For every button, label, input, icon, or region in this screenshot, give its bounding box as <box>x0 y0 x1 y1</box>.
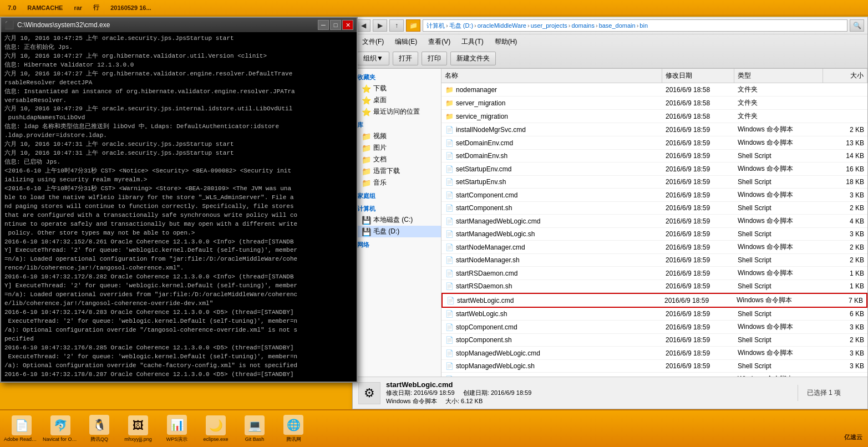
breadcrumb-part[interactable]: domains <box>571 22 595 29</box>
breadcrumb-part[interactable]: 毛盘 (D:) <box>449 22 473 30</box>
cmd-line: 2016-6-10 10:47:32.178/8.287 Oracle Cohe… <box>4 370 353 379</box>
breadcrumb-part[interactable]: 计算机 <box>427 22 445 30</box>
file-date-cell: 2016/6/9 18:59 <box>662 334 734 346</box>
table-row[interactable]: 📄setStartupEnv.cmd2016/6/9 18:59Windows … <box>441 162 867 176</box>
sidebar-homegroup: 家庭组 <box>353 191 441 201</box>
table-row[interactable]: 📄startComponent.cmd2016/6/9 18:59Windows… <box>441 189 867 202</box>
taskbar-icon-adobe[interactable]: 📄Adobe Reader XI <box>3 412 40 445</box>
table-row[interactable]: 📄stopNodeManager.cmd2016/6/9 18:59Window… <box>441 373 867 377</box>
sidebar-homegroup-header[interactable]: 家庭组 <box>353 191 441 201</box>
menu-item[interactable]: 工具(T) <box>456 35 488 48</box>
table-row[interactable]: 📁nodemanager2016/6/9 18:58文件夹 <box>441 83 867 96</box>
col-date-header[interactable]: 修改日期 <box>662 69 734 83</box>
cmd-minimize-button[interactable]: ─ <box>318 20 329 30</box>
breadcrumb-part[interactable]: oracleMiddleWare <box>478 22 526 29</box>
file-date-cell: 2016/6/9 18:59 <box>662 124 734 135</box>
taskbar-icon-tencent[interactable]: 🌐腾讯网 <box>275 412 312 445</box>
table-row[interactable]: 📄startNodeManager.cmd2016/6/9 18:59Windo… <box>441 241 867 254</box>
sidebar-library-header[interactable]: 库 <box>353 120 441 130</box>
breadcrumb-part[interactable]: bin <box>639 22 648 29</box>
app-icon-label: WPS演示 <box>166 436 188 443</box>
table-row[interactable]: 📁service_migration2016/6/9 18:58文件夹 <box>441 110 867 123</box>
file-name-cell: 📁service_migration <box>441 110 662 123</box>
table-row[interactable]: 📄startManagedWebLogic.sh2016/6/9 18:59Sh… <box>441 228 867 241</box>
taskbar-icon-qq[interactable]: 🐧腾讯QQ <box>81 412 118 445</box>
cmd-maximize-button[interactable]: □ <box>330 20 341 30</box>
table-row[interactable]: 📄setStartupEnv.sh2016/6/9 18:59Shell Scr… <box>441 176 867 189</box>
cmd-titlebar: ⬛ C:\Windows\system32\cmd.exe ─ □ ✕ <box>1 18 357 32</box>
sidebar-computer-header[interactable]: 计算机 <box>353 204 441 214</box>
taskbar-icon-eclipse[interactable]: 🌙eclipse.exe <box>197 412 234 445</box>
folder-icon: ⭐ <box>362 84 371 93</box>
table-row[interactable]: 📄stopManagedWebLogic.cmd2016/6/9 18:59Wi… <box>441 347 867 360</box>
file-name-label: stopComponent.sh <box>456 336 512 344</box>
preview-modified: 修改日期: 2016/6/9 18:59 创建日期: 2016/6/9 18:5… <box>386 389 531 397</box>
sidebar-favorites-header[interactable]: 收藏夹 <box>353 72 441 83</box>
action-button[interactable]: 打开 <box>393 52 418 65</box>
cmd-close-button[interactable]: ✕ <box>342 20 353 30</box>
sidebar-computer: 计算机 💾 本地磁盘 (C:) 💾 毛盘 (D:) <box>353 204 441 237</box>
preview-info: startWebLogic.cmd 修改日期: 2016/6/9 18:59 创… <box>386 380 531 405</box>
sidebar-item-c[interactable]: 💾 本地磁盘 (C:) <box>353 214 441 226</box>
col-type-header[interactable]: 类型 <box>734 69 823 83</box>
search-button[interactable]: 🔍 <box>850 19 864 32</box>
file-date-cell: 2016/6/9 18:59 <box>661 295 733 306</box>
menu-item[interactable]: 编辑(E) <box>390 35 422 48</box>
sidebar-item-music[interactable]: 📁 音乐 <box>353 177 441 189</box>
breadcrumb-part[interactable]: user_projects <box>531 22 567 29</box>
table-row[interactable]: 📄stopComponent.cmd2016/6/9 18:59Windows … <box>441 321 867 334</box>
taskbar-icon-wps[interactable]: 📊WPS演示 <box>159 412 195 445</box>
file-date-cell: 2016/6/9 18:58 <box>662 111 734 122</box>
file-name-label: setStartupEnv.sh <box>456 178 506 186</box>
file-icon: 📄 <box>445 309 454 318</box>
table-row[interactable]: 📄setDomainEnv.sh2016/6/9 18:59Shell Scri… <box>441 150 867 162</box>
table-row[interactable]: 📄startWebLogic.sh2016/6/9 18:59Shell Scr… <box>441 308 867 321</box>
taskbar-icon-img[interactable]: 🖼mhxyyjjj.png <box>120 412 156 445</box>
address-bar[interactable]: 计算机 › 毛盘 (D:) › oracleMiddleWare › user_… <box>423 19 847 32</box>
taskbar-icon-gitbash[interactable]: 💻Git Bash <box>236 412 273 445</box>
table-row[interactable]: 📄stopManagedWebLogic.sh2016/6/9 18:59She… <box>441 360 867 373</box>
table-row[interactable]: 📄startNodeManager.sh2016/6/9 18:59Shell … <box>441 254 867 267</box>
forward-button[interactable]: ▶ <box>373 19 387 32</box>
sidebar-item-d[interactable]: 💾 毛盘 (D:) <box>353 226 441 237</box>
sidebar-item-thunder[interactable]: 📁 迅雷下载 <box>353 165 441 177</box>
menu-item[interactable]: 帮助(H) <box>490 35 522 48</box>
file-list[interactable]: 名称 修改日期 类型 大小 📁nodemanager2016/6/9 18:58… <box>441 69 867 377</box>
sidebar-item-docs[interactable]: 📁 文档 <box>353 154 441 165</box>
breadcrumb-part[interactable]: base_domain <box>599 22 636 29</box>
menu-item[interactable]: 查看(V) <box>423 35 455 48</box>
app-icon: 📄 <box>12 415 32 435</box>
up-button[interactable]: ↑ <box>389 19 404 32</box>
cmd-line: ExecuteThread: '2' for queue: 'weblogic.… <box>4 317 353 326</box>
sidebar-network-header[interactable]: 网络 <box>353 240 441 250</box>
back-button[interactable]: ◀ <box>356 19 370 32</box>
sidebar-item-videos[interactable]: 📁 视频 <box>353 130 441 142</box>
taskbar-icons: 📄Adobe Reader XI🐬Navicat for Oracle🐧腾讯QQ… <box>3 412 312 445</box>
sidebar-item-desktop[interactable]: ⭐ 桌面 <box>353 94 441 106</box>
table-row[interactable]: 📄startRSDaemon.sh2016/6/9 18:59Shell Scr… <box>441 280 867 293</box>
table-row[interactable]: 📄startManagedWebLogic.cmd2016/6/9 18:59W… <box>441 215 867 228</box>
taskbar-icon-navicat[interactable]: 🐬Navicat for Oracle <box>42 412 79 445</box>
col-size-header[interactable]: 大小 <box>823 69 867 83</box>
cmd-line: nd paging stores will continue to functi… <box>4 202 353 211</box>
action-button[interactable]: 组织▼ <box>357 52 389 65</box>
explorer-body: 收藏夹 ⭐ 下载 ⭐ 桌面 ⭐ 最近访问的位置 库 📁 视频 <box>353 69 867 377</box>
table-row[interactable]: 📄startComponent.sh2016/6/9 18:59Shell Sc… <box>441 202 867 215</box>
table-row[interactable]: 📁server_migration2016/6/9 18:58文件夹 <box>441 96 867 110</box>
action-button[interactable]: 新建文件夹 <box>450 52 496 65</box>
sidebar-item-pictures[interactable]: 📁 图片 <box>353 142 441 154</box>
sidebar-item-recent[interactable]: ⭐ 最近访问的位置 <box>353 106 441 118</box>
file-name-cell: 📄setDomainEnv.sh <box>441 150 662 162</box>
table-row[interactable]: 📄setDomainEnv.cmd2016/6/9 18:59Windows 命… <box>441 136 867 150</box>
sidebar-item-downloads[interactable]: ⭐ 下载 <box>353 83 441 94</box>
table-row[interactable]: 📄startWebLogic.cmd2016/6/9 18:59Windows … <box>441 293 867 308</box>
table-row[interactable]: 📄installNodeMgrSvc.cmd2016/6/9 18:59Wind… <box>441 123 867 136</box>
sys-datetime: 20160529 16... <box>107 3 154 12</box>
action-button[interactable]: 打印 <box>422 52 447 65</box>
col-name-header[interactable]: 名称 <box>441 69 662 83</box>
table-row[interactable]: 📄startRSDaemon.cmd2016/6/9 18:59Windows … <box>441 267 867 280</box>
menu-item[interactable]: 文件(F) <box>357 35 389 48</box>
cmd-content[interactable]: n to this file.>六月 10, 2016 10:47:25 上午 … <box>1 32 357 382</box>
table-row[interactable]: 📄stopComponent.sh2016/6/9 18:59Shell Scr… <box>441 334 867 347</box>
cmd-line: ializing using security realm myrealm.> <box>4 176 353 185</box>
